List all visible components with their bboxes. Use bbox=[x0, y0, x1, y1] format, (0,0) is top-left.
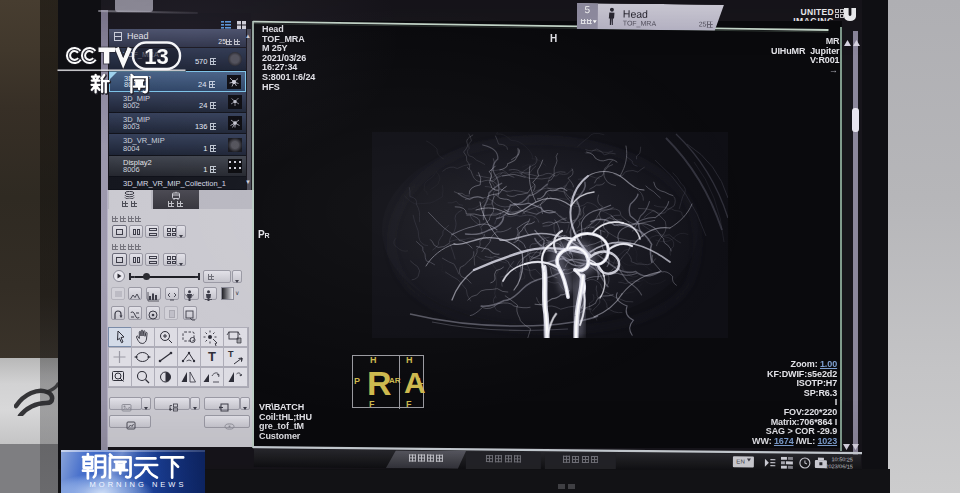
svg-text:13: 13 bbox=[144, 44, 168, 69]
